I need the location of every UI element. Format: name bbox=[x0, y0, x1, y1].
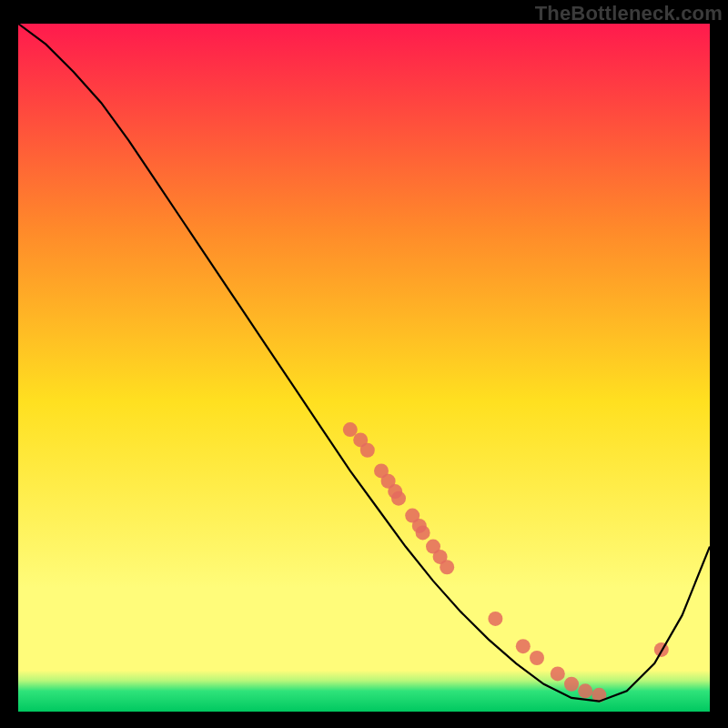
scatter-point bbox=[516, 639, 531, 653]
scatter-point bbox=[416, 525, 430, 540]
plot-area bbox=[18, 24, 710, 712]
scatter-point bbox=[551, 666, 565, 681]
chart-container: TheBottleneck.com bbox=[0, 0, 728, 728]
scatter-point bbox=[488, 612, 502, 626]
scatter-point bbox=[564, 677, 579, 692]
watermark-text: TheBottleneck.com bbox=[535, 2, 723, 25]
chart-svg bbox=[18, 24, 710, 712]
gradient-background bbox=[18, 24, 710, 712]
scatter-point bbox=[578, 683, 592, 698]
scatter-point bbox=[343, 422, 358, 437]
scatter-point bbox=[360, 443, 375, 458]
scatter-point bbox=[391, 491, 406, 506]
scatter-point bbox=[530, 651, 544, 665]
scatter-point bbox=[440, 560, 454, 574]
